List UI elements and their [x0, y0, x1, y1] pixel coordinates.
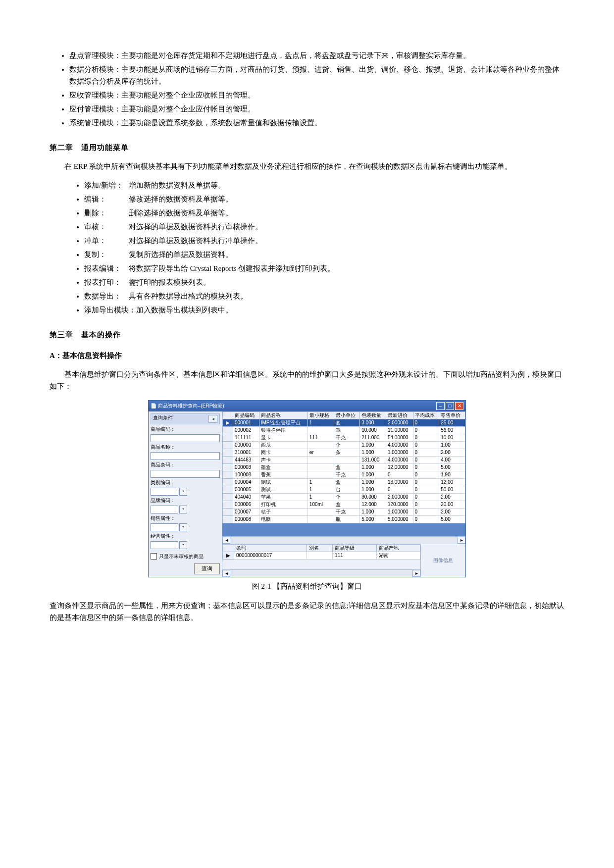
column-header[interactable]: 别名 [307, 545, 332, 552]
column-header[interactable]: 商品产地 [376, 545, 420, 552]
menu-item: 数据导出：具有各种数据导出格式的模块列表。 [84, 290, 564, 302]
close-icon[interactable]: ✕ [455, 402, 463, 410]
checkbox-icon[interactable] [151, 553, 157, 560]
table-row[interactable]: 000000西瓜个1.0004.00000001.00 [223, 442, 465, 449]
module-bullet-list: 盘点管理模块：主要功能是对仓库存货定期和不定期地进行盘点，盘点后，将盘盈或盘亏记… [50, 50, 564, 129]
scroll-right-icon[interactable]: ▸ [458, 537, 465, 544]
table-row[interactable]: 444463声卡131.0004.00000004.00 [223, 457, 465, 464]
section-a-intro: 基本信息维护窗口分为查询条件区、基本信息区和详细信息区。系统中的的维护窗口大多是… [50, 368, 564, 392]
menu-item: 报表编辑：将数据字段导出给 Crystal Reports 创建报表并添加到打印… [84, 262, 564, 274]
module-bullet: 系统管理模块：主要功能是设置系统参数，系统数据常量值和数据传输设置。 [69, 117, 564, 129]
column-header[interactable]: 商品等级 [333, 545, 376, 552]
table-row[interactable]: 000007桔子千克1.0001.00000002.00 [223, 509, 465, 516]
sales-input[interactable] [151, 523, 178, 531]
image-info-panel: 图像信息 [420, 544, 465, 577]
minimize-icon[interactable]: – [436, 402, 445, 410]
column-header[interactable]: 条码 [234, 545, 307, 552]
menu-item: 复制：复制所选择的单据及数据资料。 [84, 249, 564, 260]
maximize-icon[interactable]: □ [446, 402, 454, 410]
menu-item: 添加导出模块：加入数据导出模块到列表中。 [84, 304, 564, 316]
column-header[interactable]: 平均成本 [413, 412, 439, 419]
chapter3-title: 第三章 基本的操作 [50, 329, 564, 341]
column-header[interactable]: 最新进价 [386, 412, 413, 419]
menu-item: 编辑：修改选择的数据资料及单据等。 [84, 193, 564, 205]
only-unreviewed-checkbox[interactable]: 只显示未审核的商品 [151, 553, 220, 560]
code-input[interactable] [151, 434, 220, 442]
column-header[interactable]: 最小规格 [307, 412, 334, 419]
label-barcode: 商品条码： [151, 462, 180, 468]
scroll-left-icon[interactable]: ◂ [222, 570, 230, 577]
menu-item: 冲单：对选择的单据及数据资料执行冲单操作。 [84, 235, 564, 247]
name-input[interactable] [151, 452, 220, 460]
data-area: 商品编码商品名称最小规格最小单位包装数量最新进价平均成本零售单价 ▶000001… [222, 411, 465, 577]
table-row[interactable]: 310001网卡er条1.0001.00000002.00 [223, 449, 465, 457]
column-header[interactable]: 零售单价 [439, 412, 465, 419]
biz-input[interactable] [151, 541, 178, 549]
table-row[interactable]: 000008电脑瓶5.0005.00000005.00 [223, 516, 465, 523]
label-cat: 类别编码： [151, 480, 180, 486]
h-scrollbar[interactable]: ◂ ▸ [222, 536, 465, 544]
brand-input[interactable] [151, 506, 178, 513]
erp-screenshot: 📄 商品资料维护查询--(ERP物流) – □ ✕ 查询条件 ◂ 商品编码： 商… [148, 400, 466, 577]
menu-item: 审核：对选择的单据及数据资料执行审核操作。 [84, 221, 564, 233]
table-row[interactable]: 404040苹果1个30.0002.00000002.00 [223, 494, 465, 501]
document-page: 盘点管理模块：主要功能是对仓库存货定期和不定期地进行盘点，盘点后，将盘盈或盘亏记… [0, 0, 614, 661]
query-panel: 查询条件 ◂ 商品编码： 商品名称： 商品条码： 类别编码： * 品牌编码： *… [149, 411, 222, 577]
detail-grid[interactable]: 条码别名商品等级商品产地 ▶0000000000017111湖南 [222, 544, 420, 560]
sales-lookup-icon[interactable]: * [179, 523, 187, 531]
table-row[interactable]: 000005测试二1台1.0000050.00 [223, 486, 465, 494]
table-row[interactable]: 111111显卡111千克211.00054.00000010.00 [223, 434, 465, 442]
chapter2-intro: 在 ERP 系统中所有查询模块基本具有下列功能菜单对数据及业务流程进行相应的操作… [50, 160, 564, 172]
table-row[interactable]: 000003墨盒盒1.00012.0000005.00 [223, 464, 465, 471]
label-brand: 品牌编码： [151, 498, 180, 504]
biz-lookup-icon[interactable]: * [179, 541, 187, 549]
scroll-left-icon[interactable]: ◂ [222, 537, 230, 544]
closing-paragraph: 查询条件区显示商品的一些属性，用来方便查询；基本信息区可以显示的是多条记录的信息… [50, 600, 564, 623]
label-code: 商品编码： [151, 426, 180, 432]
chapter2-title: 第二章 通用功能菜单 [50, 142, 564, 153]
label-sales: 销售属性： [151, 515, 180, 521]
menu-item: 报表打印：需打印的报表模块列表。 [84, 276, 564, 288]
detail-h-scrollbar[interactable]: ◂ ▸ [222, 569, 420, 577]
module-bullet: 盘点管理模块：主要功能是对仓库存货定期和不定期地进行盘点，盘点后，将盘盈或盘亏记… [69, 50, 564, 61]
column-header[interactable]: 包装数量 [360, 412, 386, 419]
column-header[interactable]: 商品编码 [233, 412, 259, 419]
window-titlebar[interactable]: 📄 商品资料维护查询--(ERP物流) – □ ✕ [149, 401, 465, 411]
context-menu-list: 添加/新增：增加新的数据资料及单据等。 编辑：修改选择的数据资料及单据等。 删除… [50, 179, 564, 316]
module-bullet: 应收管理模块：主要功能是对整个企业应收帐目的管理。 [69, 89, 564, 101]
table-row[interactable]: 000006打印机100ml盒12.000120.0000020.00 [223, 501, 465, 509]
barcode-input[interactable] [151, 470, 220, 478]
window-title: 📄 商品资料维护查询--(ERP物流) [151, 403, 224, 409]
cat-lookup-icon[interactable]: * [179, 488, 187, 496]
query-button[interactable]: 查询 [194, 563, 220, 574]
query-panel-title: 查询条件 [153, 415, 173, 423]
scroll-right-icon[interactable]: ▸ [412, 570, 420, 577]
detail-area: 条码别名商品等级商品产地 ▶0000000000017111湖南 ◂ ▸ 图像信… [222, 544, 465, 577]
table-row[interactable]: 000004测试1盒1.00013.00000012.00 [223, 479, 465, 486]
column-header[interactable]: 最小单位 [334, 412, 360, 419]
table-row[interactable]: 000002银嘻拦伴库罩10.00011.00000056.00 [223, 427, 465, 434]
module-bullet: 数据分析模块：主要功能是从商场的进销存三方面，对商品的订货、预报、进货、销售、出… [69, 63, 564, 87]
collapse-icon[interactable]: ◂ [208, 415, 217, 423]
figure-caption: 图 2-1 【商品资料维护查询】窗口 [50, 580, 564, 592]
menu-item: 删除：删除选择的数据资料及单据等。 [84, 207, 564, 219]
product-grid[interactable]: 商品编码商品名称最小规格最小单位包装数量最新进价平均成本零售单价 ▶000001… [222, 411, 465, 523]
cat-input[interactable] [151, 488, 178, 496]
label-name: 商品名称： [151, 444, 180, 450]
menu-item: 添加/新增：增加新的数据资料及单据等。 [84, 179, 564, 191]
brand-lookup-icon[interactable]: * [179, 506, 187, 513]
label-biz: 经营属性： [151, 533, 180, 539]
module-bullet: 应付管理模块：主要功能是对整个企业应付帐目的管理。 [69, 103, 564, 115]
column-header[interactable]: 商品名称 [259, 412, 307, 419]
table-row[interactable]: 100008香蕉千克1.000001.90 [223, 471, 465, 479]
query-panel-header: 查询条件 ◂ [151, 413, 220, 424]
table-row[interactable]: ▶000001IMP/企业管理平台1套3.0002.000000025.00 [223, 419, 465, 427]
section-a-title: A：基本信息资料操作 [50, 350, 564, 361]
